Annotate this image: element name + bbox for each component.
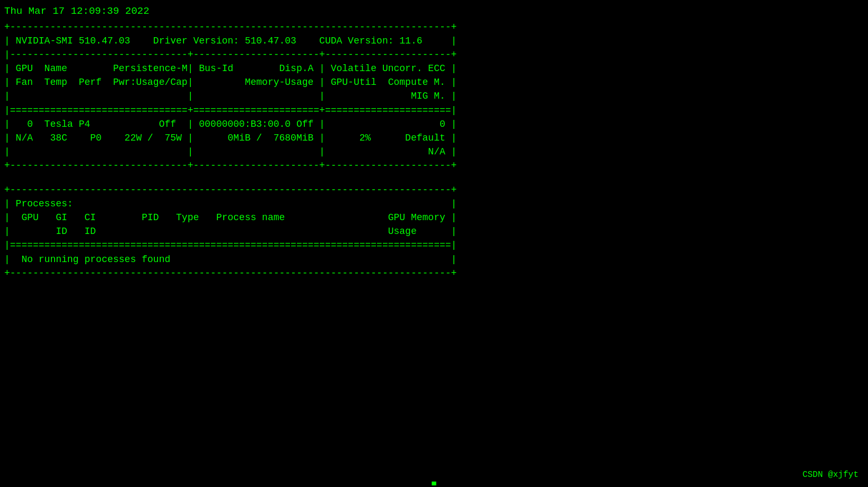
scrollbar-indicator: ▄ [432,477,436,486]
terminal-window: Thu Mar 17 12:09:39 2022 +--------------… [0,0,868,487]
watermark: CSDN @xjfyt [802,470,858,480]
processes-output: +---------------------------------------… [4,183,864,280]
timestamp-line: Thu Mar 17 12:09:39 2022 [4,5,864,17]
nvidia-smi-output: +---------------------------------------… [4,20,864,172]
